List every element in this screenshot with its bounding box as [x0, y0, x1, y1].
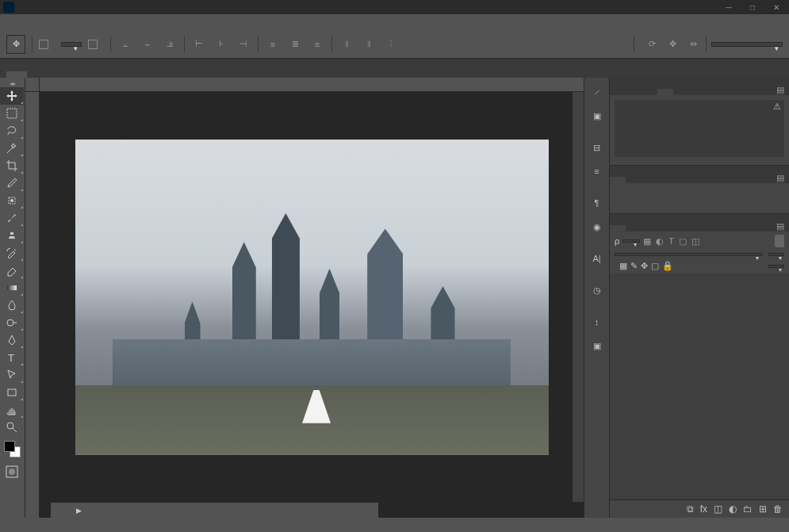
dock-properties-icon[interactable]: ⊟ — [584, 136, 609, 159]
tab-styles[interactable] — [642, 89, 657, 95]
lock-all-icon[interactable]: 🔒 — [662, 261, 673, 271]
scrollbar-vertical[interactable] — [573, 92, 584, 502]
blend-mode-dropdown[interactable] — [615, 253, 762, 256]
tab-layers[interactable] — [610, 225, 626, 232]
blur-tool[interactable] — [0, 297, 24, 314]
marquee-tool[interactable] — [0, 105, 24, 122]
eraser-tool[interactable] — [0, 262, 24, 279]
auto-select-checkbox[interactable] — [39, 40, 48, 49]
tab-history[interactable] — [626, 225, 642, 232]
tab-channels[interactable] — [642, 225, 657, 232]
delete-layer-icon[interactable]: 🗑 — [773, 503, 783, 515]
menu-filter[interactable] — [113, 20, 128, 25]
zoom-tool[interactable] — [0, 419, 24, 436]
ruler-vertical[interactable] — [25, 92, 40, 518]
tab-actions[interactable] — [657, 225, 673, 232]
show-transform-checkbox[interactable] — [88, 40, 98, 49]
foreground-color[interactable] — [4, 441, 15, 452]
type-tool[interactable]: T — [0, 349, 24, 366]
align-right-icon[interactable]: ⊣ — [236, 36, 251, 52]
menu-image[interactable] — [49, 20, 65, 25]
path-selection-tool[interactable] — [0, 366, 24, 384]
pen-tool[interactable] — [0, 331, 24, 349]
align-hcenter-icon[interactable]: ⊦ — [213, 36, 229, 52]
dock-cc-icon[interactable]: ◉ — [584, 216, 609, 238]
3d-orbit-icon[interactable]: ⟳ — [644, 36, 660, 52]
3d-slide-icon[interactable]: ⇔ — [685, 36, 701, 52]
dock-measure-icon[interactable]: ↕ — [584, 311, 609, 333]
brush-tool[interactable] — [0, 209, 24, 227]
auto-select-dropdown[interactable] — [61, 42, 82, 47]
filter-adjust-icon[interactable]: ◐ — [656, 236, 664, 247]
hand-tool[interactable] — [0, 401, 24, 419]
lock-transparent-icon[interactable]: ▦ — [619, 261, 627, 271]
lock-pixels-icon[interactable]: ✎ — [630, 261, 638, 271]
histogram-warning-icon[interactable]: ⚠ — [773, 101, 781, 112]
dock-3d-icon[interactable]: ▣ — [584, 335, 609, 357]
menu-select[interactable] — [97, 20, 113, 25]
status-arrow-icon[interactable]: ▶ — [76, 507, 82, 515]
new-group-icon[interactable]: 🗀 — [743, 503, 753, 515]
distribute-vcenter-icon[interactable]: ≣ — [287, 36, 303, 52]
clone-stamp-tool[interactable] — [0, 227, 24, 244]
close-button[interactable]: ✕ — [767, 1, 786, 13]
menu-window[interactable] — [160, 20, 176, 25]
align-vcenter-icon[interactable]: ⫟ — [140, 36, 155, 52]
align-left-icon[interactable]: ⊢ — [191, 36, 207, 52]
workspace-dropdown[interactable] — [711, 42, 783, 47]
eyedropper-tool[interactable] — [0, 174, 24, 192]
color-swatches[interactable] — [0, 439, 25, 463]
dock-clock-icon[interactable]: ◷ — [584, 279, 609, 301]
canvas-viewport[interactable] — [40, 92, 584, 518]
lasso-tool[interactable] — [0, 122, 24, 140]
fill-input[interactable] — [768, 265, 784, 268]
layer-filter-dropdown[interactable] — [622, 239, 640, 243]
panel-menu-icon[interactable]: ▤ — [772, 221, 789, 232]
layer-mask-icon[interactable]: ◫ — [714, 503, 722, 515]
align-top-icon[interactable]: ⫠ — [117, 36, 133, 52]
distribute-hcenter-icon[interactable]: ⦀ — [361, 36, 377, 52]
tool-preset-icon[interactable]: ✥ — [6, 35, 25, 54]
menu-type[interactable] — [81, 20, 97, 25]
ruler-corner[interactable] — [25, 78, 40, 91]
tab-color[interactable] — [610, 89, 626, 95]
tab-swatches[interactable] — [626, 89, 642, 95]
dodge-tool[interactable] — [0, 314, 24, 331]
filter-smart-icon[interactable]: ◫ — [691, 236, 699, 247]
filter-pixel-icon[interactable]: ▦ — [643, 236, 651, 247]
rectangle-tool[interactable] — [0, 384, 24, 401]
minimize-button[interactable]: ─ — [719, 1, 738, 13]
lock-artboard-icon[interactable]: ▢ — [651, 261, 659, 271]
quick-mask-icon[interactable] — [0, 463, 24, 480]
toolbox-collapse-icon[interactable]: ◂▸ — [0, 79, 25, 87]
new-adjustment-icon[interactable]: ◐ — [729, 503, 737, 515]
ruler-horizontal[interactable] — [40, 78, 584, 91]
crop-tool[interactable] — [0, 157, 24, 174]
menu-view[interactable] — [144, 20, 160, 25]
tab-histogram[interactable] — [657, 89, 673, 95]
dock-info-icon[interactable]: ≡ — [584, 160, 609, 182]
move-tool[interactable] — [0, 87, 24, 105]
auto-align-icon[interactable]: ⦙ — [383, 36, 399, 52]
document-tab[interactable] — [6, 71, 27, 78]
distribute-bottom-icon[interactable]: ≡ — [309, 36, 325, 52]
filter-shape-icon[interactable]: ▢ — [679, 236, 687, 247]
magic-wand-tool[interactable] — [0, 140, 24, 157]
menu-layer[interactable] — [65, 20, 81, 25]
new-layer-icon[interactable]: ⊞ — [759, 503, 767, 515]
panel-menu-icon[interactable]: ▤ — [772, 85, 789, 95]
panel-menu-icon[interactable]: ▤ — [772, 173, 789, 183]
menu-help[interactable] — [176, 20, 192, 25]
opacity-input[interactable] — [768, 253, 784, 256]
dock-paragraph-icon[interactable]: ¶ — [584, 192, 609, 214]
tab-adjustments[interactable] — [610, 177, 626, 183]
dock-actions-icon[interactable]: ▣ — [584, 105, 609, 127]
healing-brush-tool[interactable] — [0, 192, 24, 209]
menu-file[interactable] — [17, 20, 33, 25]
3d-pan-icon[interactable]: ✥ — [665, 36, 680, 52]
filter-type-icon[interactable]: T — [668, 236, 674, 247]
menu-edit[interactable] — [33, 20, 49, 25]
distribute-left-icon[interactable]: ⦀ — [339, 36, 354, 52]
maximize-button[interactable]: □ — [743, 1, 762, 13]
align-bottom-icon[interactable]: ⫡ — [162, 36, 178, 52]
